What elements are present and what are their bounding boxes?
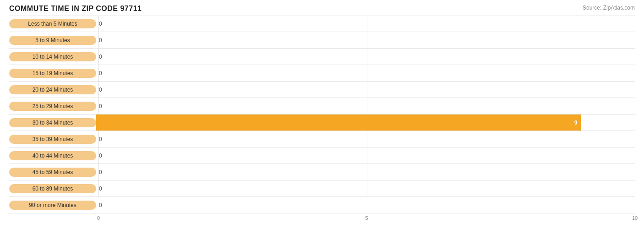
- x-axis-tick: 0: [97, 215, 100, 221]
- bar-track: 0: [96, 164, 635, 180]
- bar-track: 0: [96, 82, 635, 98]
- bar-label: Less than 5 Minutes: [9, 19, 96, 28]
- bar-value-zero: 0: [99, 70, 102, 76]
- bar-label: 30 to 34 Minutes: [9, 118, 96, 127]
- grid-line: [635, 16, 635, 197]
- bar-row: 30 to 34 Minutes9: [9, 115, 635, 131]
- bar-value-zero: 0: [99, 103, 102, 109]
- bar-label: 40 to 44 Minutes: [9, 151, 96, 160]
- bar-track: 0: [96, 49, 635, 65]
- bar-track: 0: [96, 65, 635, 81]
- bar-track: 0: [96, 32, 635, 48]
- bar-label: 15 to 19 Minutes: [9, 69, 96, 78]
- bar-track: 0: [96, 197, 635, 213]
- bar-label: 35 to 39 Minutes: [9, 135, 96, 144]
- bar-label: 90 or more Minutes: [9, 201, 96, 210]
- bar-label: 25 to 29 Minutes: [9, 102, 96, 111]
- bar-value-zero: 0: [99, 136, 102, 142]
- bar-track: 0: [96, 180, 635, 196]
- bar-row: Less than 5 Minutes0: [9, 16, 635, 32]
- bar-row: 20 to 24 Minutes0: [9, 82, 635, 98]
- bar-track: 0: [96, 16, 635, 32]
- bar-value-zero: 0: [99, 21, 102, 27]
- bar-row: 60 to 89 Minutes0: [9, 180, 635, 197]
- chart-container: COMMUTE TIME IN ZIP CODE 97711 Source: Z…: [0, 0, 644, 240]
- bar-value-zero: 0: [99, 37, 102, 44]
- x-axis: 0510: [98, 215, 635, 224]
- x-axis-tick: 5: [365, 215, 368, 221]
- bar-row: 90 or more Minutes0: [9, 197, 635, 213]
- bar-track: 0: [96, 98, 635, 114]
- bar-label: 10 to 14 Minutes: [9, 52, 96, 61]
- bar-label: 60 to 89 Minutes: [9, 184, 96, 193]
- bar-row: 15 to 19 Minutes0: [9, 65, 635, 82]
- bar-value-zero: 0: [99, 202, 102, 208]
- bar-value-zero: 0: [99, 153, 102, 159]
- bar-row: 25 to 29 Minutes0: [9, 98, 635, 115]
- bar-value-zero: 0: [99, 87, 102, 93]
- bar-row: 5 to 9 Minutes0: [9, 32, 635, 49]
- bar-row: 35 to 39 Minutes0: [9, 131, 635, 147]
- bar-label: 45 to 59 Minutes: [9, 168, 96, 177]
- bar-row: 10 to 14 Minutes0: [9, 49, 635, 65]
- bar-fill: 9: [96, 115, 581, 131]
- bar-label: 20 to 24 Minutes: [9, 85, 96, 94]
- chart-title: COMMUTE TIME IN ZIP CODE 97711: [9, 5, 635, 13]
- bar-value-zero: 0: [99, 169, 102, 175]
- source-label: Source: ZipAtlas.com: [583, 5, 635, 11]
- bar-track: 9: [96, 115, 635, 131]
- bar-row: 40 to 44 Minutes0: [9, 147, 635, 164]
- chart-area: Less than 5 Minutes05 to 9 Minutes010 to…: [9, 16, 635, 210]
- bar-row: 45 to 59 Minutes0: [9, 164, 635, 180]
- bar-value-zero: 0: [99, 54, 102, 60]
- bar-track: 0: [96, 147, 635, 164]
- bar-track: 0: [96, 131, 635, 147]
- x-axis-tick: 10: [632, 215, 638, 221]
- bar-label: 5 to 9 Minutes: [9, 36, 96, 45]
- bar-value-zero: 0: [99, 185, 102, 192]
